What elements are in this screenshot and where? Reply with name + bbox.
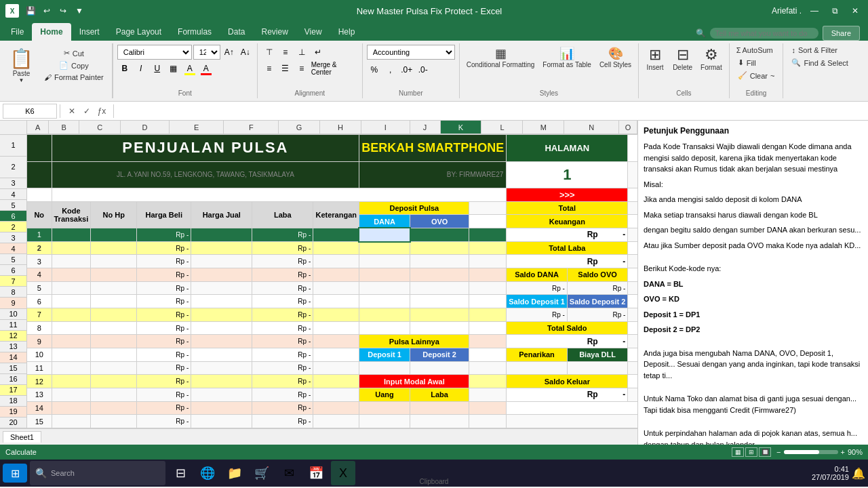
cell-C15[interactable] (91, 348, 137, 362)
cell-D18[interactable]: Rp - (137, 388, 191, 401)
cell-styles-button[interactable]: 🎨 Cell Styles (597, 45, 634, 70)
align-middle-button[interactable]: ≡ (278, 45, 293, 60)
row-num-4[interactable]: 4 (0, 189, 27, 200)
cell-L10-rp[interactable]: Rp - (567, 281, 628, 295)
bold-button[interactable]: B (117, 61, 132, 76)
cell-C18[interactable] (91, 388, 137, 401)
row-num-9[interactable]: 4 (0, 243, 27, 254)
cell-J6[interactable] (469, 228, 507, 242)
cell-G14[interactable] (313, 335, 359, 348)
view-preview-button[interactable]: 🔲 (759, 447, 771, 457)
cell-D20[interactable]: Rp - (137, 415, 191, 428)
format-as-table-button[interactable]: 📊 Format as Table (540, 45, 594, 70)
save-qat-button[interactable]: 💾 (23, 3, 38, 18)
cell-F19[interactable]: Rp - (252, 401, 313, 415)
cell-C6[interactable] (91, 228, 137, 242)
cell-K3-nav[interactable]: >>> (507, 188, 628, 202)
cell-B6[interactable] (52, 228, 91, 242)
cell-G20[interactable] (313, 415, 359, 428)
cell-J12[interactable] (469, 308, 507, 322)
cell-H19[interactable] (359, 401, 410, 415)
cell-G15[interactable] (313, 348, 359, 362)
increase-decimal-button[interactable]: .0+ (399, 62, 414, 77)
find-select-button[interactable]: 🔍Find & Select (787, 57, 852, 68)
col-header-H[interactable]: H (320, 121, 361, 134)
cell-B20[interactable] (52, 415, 91, 428)
cell-I20[interactable] (410, 415, 469, 428)
cell-J15[interactable] (469, 348, 507, 362)
cell-C12[interactable] (91, 308, 137, 322)
cell-B8[interactable] (52, 255, 91, 268)
sheet-tab-1[interactable]: Sheet1 (3, 431, 41, 443)
cell-A8[interactable]: 3 (27, 255, 52, 268)
cell-B19[interactable] (52, 401, 91, 415)
cell-J8[interactable] (469, 255, 507, 268)
cell-D9[interactable]: Rp - (137, 268, 191, 282)
cell-K1-halaman-label[interactable]: HALAMAN (507, 135, 628, 161)
cell-F12[interactable]: Rp - (252, 308, 313, 322)
cell-H7[interactable] (359, 241, 410, 255)
row-num-21[interactable]: 16 (0, 374, 27, 385)
row-num-14[interactable]: 9 (0, 298, 27, 308)
cell-C11[interactable] (91, 295, 137, 308)
cell-A18[interactable]: 13 (27, 388, 52, 401)
cell-F9[interactable]: Rp - (252, 268, 313, 282)
cancel-formula-icon[interactable]: ✕ (66, 105, 78, 117)
cell-F8[interactable]: Rp - (252, 255, 313, 268)
cell-J20[interactable] (469, 415, 507, 428)
cell-A12[interactable]: 7 (27, 308, 52, 322)
cell-E20[interactable] (191, 415, 252, 428)
row-num-24[interactable]: 19 (0, 407, 27, 418)
cell-A7[interactable]: 2 (27, 241, 52, 255)
cell-G18[interactable] (313, 388, 359, 401)
cell-E15[interactable] (191, 348, 252, 362)
tab-home[interactable]: Home (32, 23, 71, 41)
formula-input[interactable] (117, 106, 865, 116)
cell-E6[interactable] (191, 228, 252, 242)
number-format-select[interactable]: Accounting (367, 45, 455, 60)
view-normal-button[interactable]: ▦ (732, 447, 744, 457)
row-num-10[interactable]: 5 (0, 254, 27, 265)
cell-J7[interactable] (469, 241, 507, 255)
row-num-22[interactable]: 17 (0, 385, 27, 396)
cell-I7[interactable] (410, 241, 469, 255)
cell-G17[interactable] (313, 375, 359, 388)
cell-K18-rp[interactable]: Rp - (507, 388, 628, 401)
cell-G12[interactable] (313, 308, 359, 322)
undo-qat-button[interactable]: ↩ (39, 3, 54, 18)
cell-B9[interactable] (52, 268, 91, 282)
cell-K6-rp[interactable]: Rp - (507, 228, 628, 242)
cell-I6[interactable] (410, 228, 469, 242)
redo-qat-button[interactable]: ↪ (56, 3, 71, 18)
cell-B10[interactable] (52, 281, 91, 295)
cell-G11[interactable] (313, 295, 359, 308)
insert-function-icon[interactable]: ƒx (96, 105, 108, 117)
col-header-B[interactable]: B (49, 121, 79, 134)
cell-I19[interactable] (410, 401, 469, 415)
cell-D12[interactable]: Rp - (137, 308, 191, 322)
cell-E12[interactable] (191, 308, 252, 322)
cell-G13[interactable] (313, 321, 359, 335)
cell-C19[interactable] (91, 401, 137, 415)
restore-button[interactable]: ⧉ (827, 3, 842, 18)
col-header-K[interactable]: K (441, 121, 482, 134)
cell-G6[interactable] (313, 228, 359, 242)
clear-button[interactable]: 🧹Clear ~ (734, 70, 779, 81)
cell-A9[interactable]: 4 (27, 268, 52, 282)
col-header-D[interactable]: D (121, 121, 170, 134)
cell-K8-rp[interactable]: Rp - (507, 255, 628, 268)
cell-H16[interactable] (359, 361, 410, 375)
cell-F15[interactable]: Rp - (252, 348, 313, 362)
cell-B1-title-penjualan[interactable]: PENJUALAN PULSA (52, 135, 359, 161)
cell-I11[interactable] (410, 295, 469, 308)
fill-color-button[interactable]: A (182, 61, 197, 76)
cell-D15[interactable]: Rp - (137, 348, 191, 362)
col-header-J[interactable]: J (410, 121, 441, 134)
row-num-7[interactable]: 2 (0, 222, 27, 232)
cell-H20[interactable] (359, 415, 410, 428)
cell-G16[interactable] (313, 361, 359, 375)
cell-E18[interactable] (191, 388, 252, 401)
row-num-18[interactable]: 13 (0, 342, 27, 352)
wrap-text-button[interactable]: ↵ (311, 45, 326, 60)
row-num-23[interactable]: 18 (0, 396, 27, 407)
